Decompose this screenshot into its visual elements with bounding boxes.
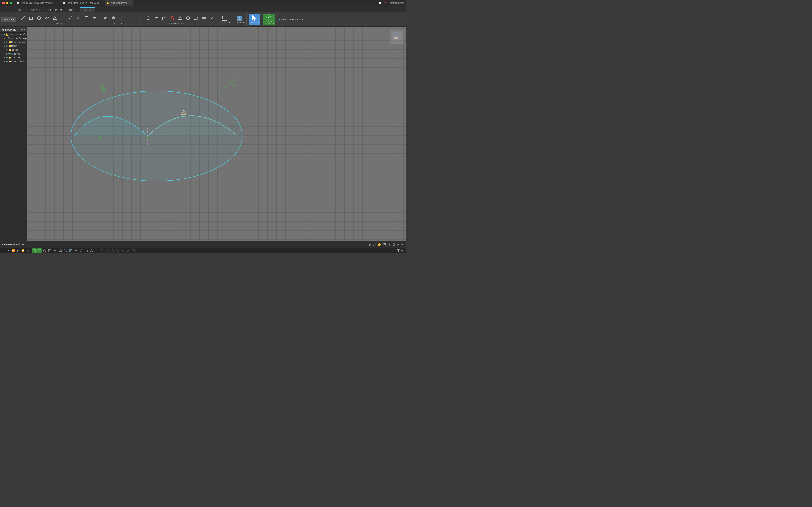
line-tool-button[interactable] [19,14,27,22]
circle-tool-button[interactable] [35,14,43,22]
eye-icon-body1[interactable]: 👁 [8,53,11,55]
collinear-button[interactable] [145,14,152,22]
triangle-constraint-button[interactable] [176,14,184,22]
offset-tool-button[interactable] [102,14,109,22]
bottom-tool-15[interactable] [105,248,110,253]
bottom-tool-6[interactable] [58,248,63,253]
bottom-tool-18[interactable] [120,248,125,253]
status-home-button[interactable]: ⏮ [1,248,5,253]
tree-item-origin[interactable]: ▶ 👁 📁 Origin [0,44,27,48]
bottom-tool-12[interactable] [89,248,94,253]
circle-constraint-button[interactable] [184,14,192,22]
bottom-tool-11[interactable] [84,248,89,253]
tree-item-construction[interactable]: ▶ 👁 📁 Construction [0,60,27,63]
zoom-icon[interactable]: 🔍 [383,243,387,246]
tree-item-named-views[interactable]: ▶ 👁 📁 Named Views [0,40,27,44]
break-tool-button[interactable] [125,14,133,22]
status-play-forward-button[interactable]: ▶ [16,248,20,253]
eye-icon-sketches[interactable]: 👁 [6,56,8,59]
close-traffic-light[interactable] [2,2,5,4]
bottom-tool-17[interactable] [115,248,120,253]
trim-tool-button[interactable] [91,14,98,22]
orbit-icon[interactable]: ◎ [373,243,376,246]
lock-button[interactable] [168,14,176,22]
status-step-forward-button[interactable]: ⏩ [21,248,26,253]
eye-icon-construction[interactable]: 👁 [6,60,8,63]
maximize-traffic-light[interactable] [9,2,12,4]
minimize-traffic-light[interactable] [6,2,8,4]
bottom-tool-3[interactable] [42,248,47,253]
bottom-tool-20[interactable] [131,248,136,253]
tree-item-body1[interactable]: ▶ 👁 ⬡ Body1 [0,52,27,56]
perpendicular-button[interactable] [160,14,168,22]
design-button[interactable]: DESIGN ▾ [1,17,16,22]
comments-settings-icon[interactable]: ⚙ [18,243,20,246]
point-tool-button[interactable] [59,14,67,22]
bottom-tool-7[interactable] [63,248,68,253]
parallel-button[interactable] [152,14,160,22]
inspect-button[interactable]: INSPECT ▾ [219,14,231,25]
display-icon[interactable]: 🖥 [392,243,395,246]
display-dropdown-icon[interactable]: ▾ [397,243,399,246]
bottom-tool-5[interactable] [53,248,58,253]
bottom-tool-13[interactable] [94,248,99,253]
tab-sheet-metal[interactable]: SHEET METAL [44,8,66,12]
status-end-button[interactable]: ⏭ [26,248,30,253]
polygon-tool-button[interactable] [51,14,59,22]
eye-icon-origin[interactable]: 👁 [6,45,8,47]
bottom-tool-16[interactable] [110,248,115,253]
filter-funnel-icon[interactable] [397,249,400,252]
rect-constraint-button[interactable] [200,14,208,22]
eye-icon-named-views[interactable]: 👁 [6,41,8,44]
bottom-tool-8[interactable] [68,248,73,253]
arc2-tool-button[interactable] [75,14,83,22]
insert-button[interactable]: INSERT ▾ [234,14,245,25]
status-prev-button[interactable]: ◀ [6,248,10,253]
status-play-back-button[interactable]: ⏪ [11,248,15,253]
view-cube[interactable]: Z TOP [390,30,404,44]
extend-tool-button[interactable] [117,14,125,22]
status-settings-icon[interactable]: ⚙ [401,249,404,252]
arc1-tool-button[interactable] [67,14,74,22]
tree-item-bodies[interactable]: ▼ 👁 📁 Bodies [0,48,27,52]
fillet-tool-button[interactable] [83,14,90,22]
bottom-tool-2[interactable] [37,248,42,253]
new-tab-button[interactable]: ＋ [133,1,139,5]
finish-sketch-button[interactable]: FINISH SKETCH ▾ [263,14,274,25]
tab-hinge[interactable]: 📄 Tripod Head Tension Hinge v2 v5 ✕ [60,0,105,6]
bottom-tool-14[interactable] [99,248,104,253]
rectangle-tool-button[interactable] [27,14,35,22]
browser-settings-icon[interactable]: ⚙ [21,28,23,31]
tab-tools[interactable]: TOOLS [66,8,80,12]
browser-collapse-icon[interactable]: ◀ [2,28,4,31]
bottom-tool-9[interactable] [73,248,79,253]
tab-hyperboloid[interactable]: 📄 Tripod Hyperboloid with screw v3* ✕ [14,0,60,6]
browser-expand-icon[interactable]: ▸ [24,28,25,31]
tab-solid[interactable]: SOLID [14,8,27,12]
select-button[interactable]: SELECT ▾ [249,14,260,25]
bottom-tool-4[interactable] [47,248,52,253]
bottom-tool-1[interactable] [32,248,37,253]
tree-item-sketches[interactable]: ▶ 👁 📁 Sketches [0,56,27,60]
help-icon[interactable]: ❓ [384,2,386,4]
eye-icon-root[interactable]: 👁 [3,33,6,36]
spline-tool-button[interactable] [43,14,51,22]
comments-expand-icon[interactable]: ▶ [21,243,23,246]
pan-icon[interactable]: ✋ [377,243,381,246]
bottom-tool-19[interactable] [125,248,131,253]
tab-close-1[interactable]: ✕ [101,2,102,4]
tangent-button[interactable] [192,14,200,22]
canvas-area[interactable]: ⬆ 01.95 ⟂ ⟂ ⟂ ⟂ ⟂ ⟂ Z [27,27,406,241]
sketch-palette-label[interactable]: SKETCH PALETTE [282,18,303,21]
snap-icon[interactable]: ⊕ [368,243,371,246]
bottom-tool-10[interactable] [79,248,84,253]
tab-close-0[interactable]: ✕ [56,2,58,4]
tab-tripod-mount[interactable]: 📐 tripod mount v8* ✕ [105,0,133,6]
tab-close-2[interactable]: ✕ [129,2,131,4]
zoom-dropdown-icon[interactable]: ▾ [389,243,390,246]
coincident-button[interactable] [137,14,144,22]
tree-item-doc-settings[interactable]: ▶ ⚙ Document Settings [0,37,27,40]
tab-surface[interactable]: SURFACE [27,8,44,12]
tree-item-root[interactable]: ▼ 👁 📐 tripod mount v8 ✎ [0,33,27,37]
sketch-line-button[interactable] [208,14,216,22]
